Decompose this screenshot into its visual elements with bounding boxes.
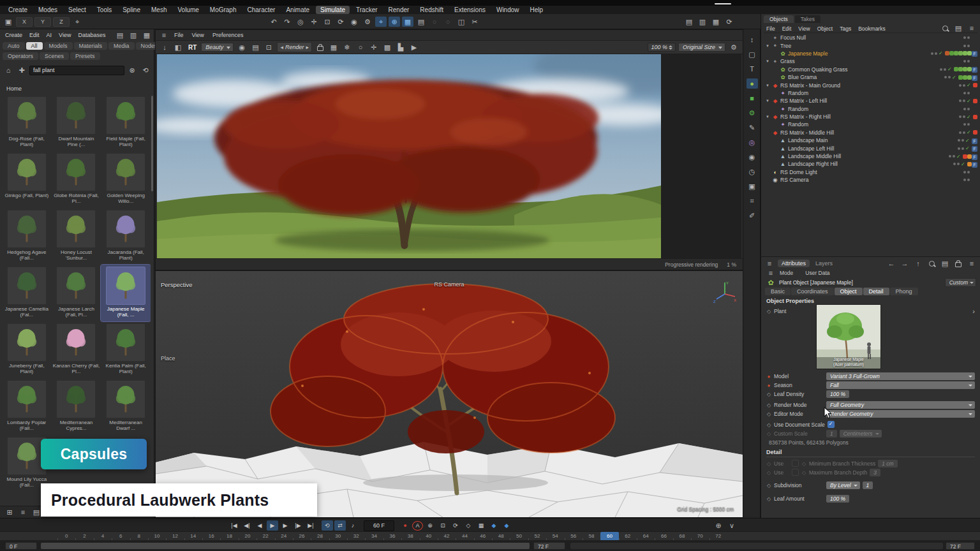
menu-item-object[interactable]: Object — [815, 26, 836, 32]
expand-arrow-icon[interactable] — [765, 59, 770, 64]
snowflake-icon[interactable]: ❄ — [341, 42, 353, 52]
current-frame-field[interactable] — [364, 520, 394, 531]
ruler-tick[interactable]: 6 — [112, 532, 130, 541]
ruler-tick[interactable]: 46 — [474, 532, 492, 541]
editor-visibility-dot[interactable] — [958, 139, 960, 142]
pingpong-icon[interactable]: ⇄ — [334, 520, 346, 531]
asset-item[interactable]: Lombardy Poplar (Fall... — [2, 378, 52, 435]
object-tree-row[interactable]: ◐ RS Dome Light — [761, 168, 980, 176]
model-select[interactable]: Variant 3 Full-Grown — [826, 372, 975, 380]
asset-item[interactable]: Field Maple (Fall, Plant) — [101, 94, 151, 151]
ruler-tick[interactable]: 4 — [94, 532, 112, 541]
rt-toggle[interactable]: RT — [186, 44, 198, 51]
expand-arrow-icon[interactable] — [765, 43, 770, 48]
expand-arrow-icon[interactable] — [765, 114, 770, 119]
menu-item-select[interactable]: Select — [64, 6, 91, 14]
mode-menu-icon[interactable]: ≡ — [765, 268, 776, 278]
disabled-tool-icon-2[interactable]: ○ — [442, 17, 454, 27]
field-badge[interactable]: F — [972, 67, 977, 73]
editor-visibility-dot[interactable] — [963, 108, 966, 110]
enabled-toggle[interactable] — [967, 114, 972, 120]
menu-item-help[interactable]: Help — [526, 6, 548, 14]
tab-coordinates[interactable]: Coordinates — [791, 288, 834, 295]
range-scrollbar[interactable] — [41, 543, 530, 549]
lock-icon[interactable] — [315, 42, 326, 52]
render-visibility-dot[interactable] — [963, 131, 965, 134]
ruler-tick[interactable]: 2 — [75, 532, 93, 541]
menu-item-view[interactable]: View — [56, 32, 73, 38]
sound-icon[interactable]: ♪ — [347, 520, 359, 531]
material-chip[interactable] — [963, 51, 967, 55]
plant-expand-arrow[interactable] — [972, 307, 975, 315]
asset-item[interactable]: Mediterranean Cypres... — [52, 378, 101, 435]
next-key-button[interactable]: |▶ — [292, 520, 304, 531]
ruler-tick[interactable]: 62 — [619, 532, 637, 541]
material-chip[interactable] — [954, 51, 958, 55]
redo-icon[interactable]: ↷ — [281, 17, 293, 27]
object-tree-row[interactable]: ✦ Random — [761, 121, 980, 128]
ruler-tick[interactable]: 64 — [637, 532, 655, 541]
render-visibility-dot[interactable] — [967, 36, 970, 39]
ruler-tick[interactable]: 68 — [673, 532, 691, 541]
size-select[interactable]: Original Size — [678, 43, 725, 52]
compare-ab-icon[interactable]: ◧ — [172, 42, 184, 52]
prev-key-button[interactable]: ◀| — [241, 520, 253, 531]
prev-render-button[interactable] — [280, 44, 283, 50]
render-visibility-dot[interactable] — [948, 76, 951, 78]
material-chip[interactable] — [963, 75, 967, 80]
asset-item[interactable]: Kentia Palm (Fall, Plant) — [101, 321, 151, 378]
zoom-stepper[interactable]: 100 % — [648, 43, 676, 52]
mode-label[interactable]: Mode — [780, 270, 793, 276]
editor-visibility-dot[interactable] — [963, 171, 966, 173]
render-pass-select[interactable]: Beauty — [201, 43, 234, 52]
enabled-toggle[interactable] — [967, 98, 972, 104]
record-rotation-icon[interactable]: ⟳ — [450, 520, 461, 531]
keyframe-dot[interactable] — [766, 382, 771, 388]
rendered-image[interactable] — [157, 54, 661, 258]
render-mode-select[interactable]: Full Geometry — [826, 401, 975, 409]
spline-pen-icon[interactable]: ✎ — [746, 122, 758, 133]
primitive-cube-icon[interactable]: ■ — [746, 93, 758, 103]
layer-icon[interactable]: ▤ — [249, 42, 261, 52]
asset-item[interactable]: Ginkgo (Fall, Plant) — [2, 151, 52, 208]
move-tool-icon[interactable]: ✛ — [308, 17, 320, 27]
preview-end-field[interactable]: 72 F — [533, 542, 565, 550]
enabled-toggle[interactable] — [967, 82, 972, 88]
ruler-tick[interactable]: 50 — [510, 532, 528, 541]
breadcrumb[interactable]: Home — [6, 85, 22, 92]
panel-menu-icon[interactable]: ≡ — [966, 24, 977, 34]
menu-item-databases[interactable]: Databases — [75, 32, 108, 38]
ruler-tick[interactable]: 36 — [383, 532, 401, 541]
ruler-tick[interactable]: 26 — [293, 532, 311, 541]
object-tree-row[interactable]: ◆ RS Matrix - Left Hill — [761, 97, 980, 105]
render-visibility-dot[interactable] — [967, 179, 970, 181]
keyframe-dot[interactable] — [766, 373, 771, 379]
enabled-toggle[interactable] — [952, 75, 957, 80]
tab-attributes[interactable]: Attributes — [778, 260, 810, 267]
enabled-toggle[interactable] — [965, 138, 970, 143]
ruler-tick[interactable]: 12 — [166, 532, 184, 541]
circle-mask-icon[interactable]: ○ — [355, 42, 366, 52]
add-keyframe-icon[interactable]: ⊕ — [713, 520, 724, 531]
ruler-tick[interactable]: 72 — [709, 532, 727, 541]
ruler-tick[interactable]: 8 — [130, 532, 148, 541]
grid-view-icon[interactable]: ⊞ — [4, 507, 15, 517]
max-branch-use-checkbox[interactable] — [792, 469, 799, 476]
material-chip[interactable] — [973, 83, 977, 87]
menu-item-spline[interactable]: Spline — [118, 6, 145, 14]
preview-start-field[interactable]: 0 F — [5, 542, 37, 550]
plant-object-icon[interactable]: ✿ — [765, 277, 776, 288]
deformer-icon[interactable]: ◎ — [746, 137, 758, 147]
expand-icon[interactable]: ✛ — [368, 42, 380, 52]
material-chip[interactable] — [967, 51, 972, 55]
ruler-tick[interactable]: 58 — [583, 532, 600, 541]
rotate-tool-icon[interactable]: ⟳ — [335, 17, 346, 27]
ruler-tick[interactable]: 54 — [546, 532, 564, 541]
material-chip[interactable] — [958, 51, 963, 55]
loop-icon[interactable]: ⟲ — [322, 520, 333, 531]
axis-y-button[interactable]: Y — [34, 17, 51, 27]
text-tool-icon[interactable]: T — [746, 64, 758, 74]
ruler-tick[interactable]: 42 — [438, 532, 456, 541]
object-tree-row[interactable]: ✿ Common Quaking Grass F — [761, 66, 980, 73]
home-icon[interactable]: ⌂ — [3, 65, 14, 75]
